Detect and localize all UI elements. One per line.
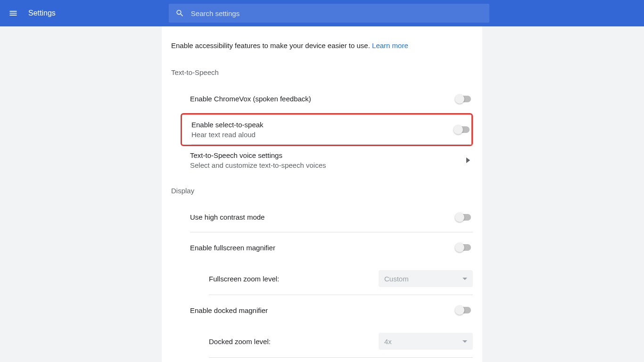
voice-settings-sub: Select and customize text-to-speech voic… xyxy=(190,161,466,169)
voice-settings-label: Text-to-Speech voice settings xyxy=(190,151,466,159)
chromevox-toggle[interactable] xyxy=(456,96,471,102)
section-heading-display: Display xyxy=(171,187,473,195)
row-fullscreen-magnifier: Enable fullscreen magnifier xyxy=(190,232,473,263)
high-contrast-toggle[interactable] xyxy=(456,214,471,221)
hamburger-icon xyxy=(8,8,18,18)
dropdown-icon xyxy=(462,340,467,343)
section-heading-tts: Text-to-Speech xyxy=(171,68,473,76)
docked-magnifier-toggle[interactable] xyxy=(456,307,471,313)
search-input[interactable] xyxy=(191,9,483,17)
menu-button[interactable] xyxy=(8,8,19,19)
fullscreen-zoom-label: Fullscreen zoom level: xyxy=(209,275,379,283)
chevron-right-icon xyxy=(466,157,470,163)
select-to-speak-label: Enable select-to-speak xyxy=(191,121,454,129)
row-fullscreen-zoom: Fullscreen zoom level: Custom xyxy=(209,263,473,295)
learn-more-link[interactable]: Learn more xyxy=(372,41,408,49)
settings-panel: Enable accessibility features to make yo… xyxy=(162,26,482,362)
row-docked-zoom: Docked zoom level: 4x xyxy=(209,325,473,358)
intro-text: Enable accessibility features to make yo… xyxy=(171,41,473,49)
select-to-speak-toggle[interactable] xyxy=(454,126,470,133)
page-title: Settings xyxy=(28,9,56,17)
row-high-contrast: Use high contrast mode xyxy=(190,202,473,232)
fullscreen-magnifier-toggle[interactable] xyxy=(456,244,471,251)
chromevox-label: Enable ChromeVox (spoken feedback) xyxy=(190,95,456,103)
docked-zoom-value: 4x xyxy=(384,337,392,346)
intro-line: Enable accessibility features to make yo… xyxy=(171,41,372,49)
header-bar: Settings xyxy=(0,0,644,26)
docked-magnifier-label: Enable docked magnifier xyxy=(190,306,456,314)
select-to-speak-sub: Hear text read aloud xyxy=(191,131,454,139)
search-icon xyxy=(175,8,184,18)
docked-zoom-select[interactable]: 4x xyxy=(379,333,473,350)
row-display-settings[interactable]: Open display device settings Allows you … xyxy=(190,358,473,362)
row-docked-magnifier: Enable docked magnifier xyxy=(190,295,473,325)
dropdown-icon xyxy=(462,278,467,280)
row-voice-settings[interactable]: Text-to-Speech voice settings Select and… xyxy=(190,145,473,175)
fullscreen-zoom-value: Custom xyxy=(384,275,409,283)
row-select-to-speak: Enable select-to-speak Hear text read al… xyxy=(191,115,471,145)
high-contrast-label: Use high contrast mode xyxy=(190,213,456,221)
fullscreen-zoom-select[interactable]: Custom xyxy=(379,270,473,287)
highlight-box: Enable select-to-speak Hear text read al… xyxy=(181,113,473,146)
row-chromevox: Enable ChromeVox (spoken feedback) xyxy=(190,84,473,114)
fullscreen-magnifier-label: Enable fullscreen magnifier xyxy=(190,244,456,252)
search-box[interactable] xyxy=(169,4,489,23)
docked-zoom-label: Docked zoom level: xyxy=(209,337,379,346)
